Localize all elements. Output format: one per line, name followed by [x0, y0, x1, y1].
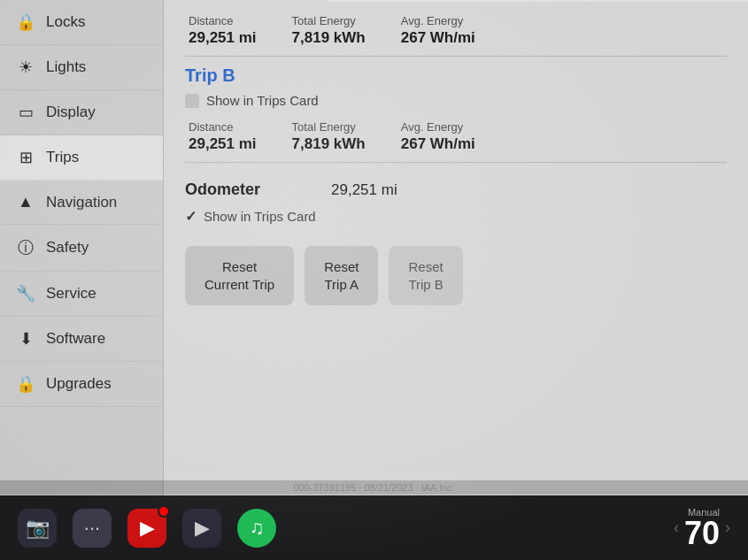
- checkmark-icon: ✓: [185, 208, 197, 225]
- odometer-show-label: Show in Trips Card: [204, 209, 316, 224]
- top-avg-label: Avg. Energy: [401, 14, 475, 27]
- trips-icon: ⊞: [16, 148, 35, 167]
- sidebar-label-service: Service: [46, 285, 96, 303]
- top-distance-block: Distance 29,251 mi: [189, 14, 257, 47]
- camera-icon[interactable]: 📷: [18, 509, 57, 548]
- trip-b-avg-block: Avg. Energy 267 Wh/mi: [401, 120, 475, 153]
- odometer-row: Odometer 29,251 mi: [185, 180, 727, 199]
- trip-b-checkbox[interactable]: [185, 94, 199, 108]
- sidebar-item-service[interactable]: 🔧 Service: [0, 272, 163, 317]
- sidebar-item-upgrades[interactable]: 🔒 Upgrades: [0, 362, 163, 407]
- reset-trip-b-button[interactable]: ResetTrip B: [389, 246, 462, 305]
- taskbar-right: ‹ Manual 70 ›: [674, 507, 730, 549]
- odometer-section: Odometer 29,251 mi ✓ Show in Trips Card: [185, 180, 727, 225]
- watermark: 000-37391195 · 08/21/2023 · IAA Inc.: [0, 480, 748, 495]
- sidebar-item-navigation[interactable]: ▲ Navigation: [0, 180, 163, 225]
- top-distance-value: 29,251 mi: [189, 29, 257, 47]
- trip-b-energy-block: Total Energy 7,819 kWh: [292, 120, 366, 153]
- divider-2: [185, 162, 727, 163]
- record-badge: [158, 505, 170, 518]
- trip-b-distance-value: 29,251 mi: [189, 135, 257, 153]
- sidebar-label-safety: Safety: [46, 239, 89, 257]
- sidebar-item-lights[interactable]: ☀ Lights: [0, 45, 163, 90]
- speed-value: 70: [684, 518, 720, 549]
- reset-current-trip-button[interactable]: ResetCurrent Trip: [185, 246, 294, 305]
- software-icon: ⬇: [16, 329, 35, 349]
- screen: 🔒 Locks ☀ Lights ▭ Display ⊞ Trips ▲ Nav…: [0, 0, 748, 560]
- trip-b-energy-label: Total Energy: [292, 120, 366, 134]
- trip-b-avg-label: Avg. Energy: [401, 120, 475, 134]
- sidebar-label-lights: Lights: [46, 58, 86, 76]
- nav-arrows: ‹ Manual 70 ›: [674, 507, 730, 549]
- sidebar-item-trips[interactable]: ⊞ Trips: [0, 135, 163, 180]
- odometer-show-card-row[interactable]: ✓ Show in Trips Card: [185, 208, 727, 225]
- sidebar-label-software: Software: [46, 330, 105, 348]
- trip-b-distance-block: Distance 29,251 mi: [189, 120, 257, 153]
- trip-b-energy-value: 7,819 kWh: [292, 135, 366, 153]
- top-energy-block: Total Energy 7,819 kWh: [292, 14, 366, 47]
- lights-icon: ☀: [16, 58, 35, 77]
- top-avg-value: 267 Wh/mi: [401, 29, 475, 47]
- sidebar-item-locks[interactable]: 🔒 Locks: [0, 0, 163, 45]
- reset-buttons-row: ResetCurrent Trip ResetTrip A ResetTrip …: [185, 246, 727, 305]
- trip-b-stats-row: Distance 29,251 mi Total Energy 7,819 kW…: [185, 120, 727, 153]
- sidebar-label-navigation: Navigation: [46, 194, 117, 211]
- trip-b-show-card-row[interactable]: Show in Trips Card: [185, 93, 727, 108]
- upgrades-icon: 🔒: [16, 374, 35, 394]
- sidebar: 🔒 Locks ☀ Lights ▭ Display ⊞ Trips ▲ Nav…: [0, 0, 164, 495]
- top-energy-value: 7,819 kWh: [292, 29, 366, 47]
- taskbar-left: 📷 ··· ▶ ▶ ♫: [18, 509, 276, 548]
- sidebar-label-upgrades: Upgrades: [46, 375, 112, 393]
- odometer-value: 29,251 mi: [331, 181, 397, 199]
- reset-trip-a-button[interactable]: ResetTrip A: [305, 246, 378, 305]
- sidebar-item-safety[interactable]: ⓘ Safety: [0, 225, 163, 272]
- trip-b-title: Trip B: [185, 65, 727, 86]
- trip-b-distance-label: Distance: [189, 120, 257, 134]
- nav-right-arrow[interactable]: ›: [725, 518, 730, 537]
- trip-b-show-label: Show in Trips Card: [206, 93, 319, 108]
- divider-1: [185, 56, 727, 57]
- spotify-icon[interactable]: ♫: [237, 509, 276, 548]
- navigation-icon: ▲: [16, 193, 35, 211]
- top-distance-label: Distance: [189, 14, 257, 27]
- nav-left-arrow[interactable]: ‹: [674, 518, 679, 537]
- taskbar: 📷 ··· ▶ ▶ ♫ ‹ Manual 70 ›: [0, 495, 748, 560]
- safety-icon: ⓘ: [16, 237, 35, 258]
- top-stats-row: Distance 29,251 mi Total Energy 7,819 kW…: [185, 14, 727, 47]
- record-icon[interactable]: ▶: [127, 509, 166, 548]
- top-avg-block: Avg. Energy 267 Wh/mi: [401, 14, 475, 47]
- sidebar-label-locks: Locks: [46, 13, 85, 31]
- odometer-label: Odometer: [185, 180, 260, 199]
- main-content: Distance 29,251 mi Total Energy 7,819 kW…: [164, 0, 748, 495]
- sidebar-label-display: Display: [46, 104, 96, 121]
- sidebar-item-software[interactable]: ⬇ Software: [0, 317, 163, 362]
- sidebar-item-display[interactable]: ▭ Display: [0, 90, 163, 135]
- service-icon: 🔧: [16, 284, 35, 303]
- dots-icon[interactable]: ···: [73, 509, 112, 548]
- top-energy-label: Total Energy: [292, 14, 366, 27]
- locks-icon: 🔒: [16, 12, 35, 32]
- play-icon[interactable]: ▶: [182, 509, 221, 548]
- trip-b-avg-value: 267 Wh/mi: [401, 135, 475, 153]
- trip-b-section: Trip B Show in Trips Card Distance 29,25…: [185, 65, 727, 153]
- sidebar-label-trips: Trips: [46, 149, 79, 166]
- display-icon: ▭: [16, 103, 35, 122]
